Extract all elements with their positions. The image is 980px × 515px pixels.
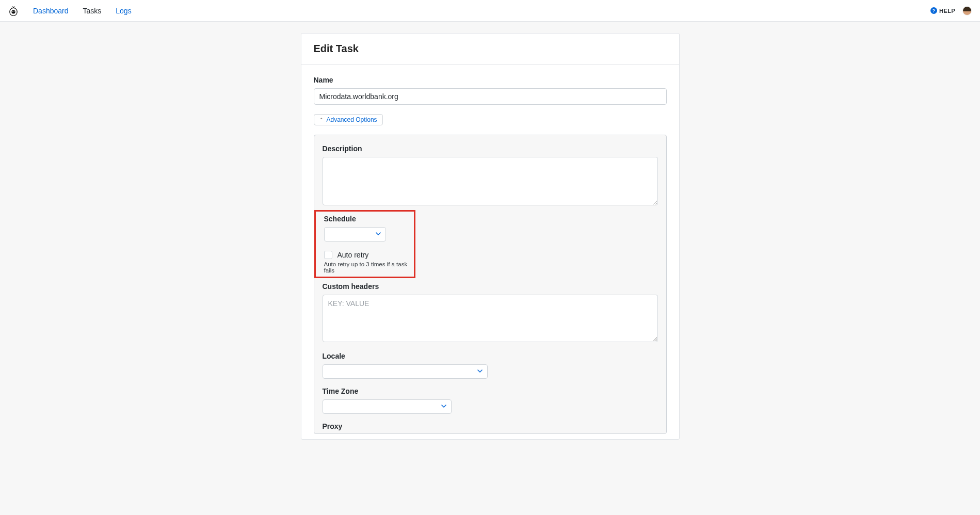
timezone-select[interactable]	[323, 399, 452, 414]
svg-point-2	[12, 11, 13, 12]
topbar-left: Dashboard Tasks Logs	[8, 5, 132, 17]
description-input[interactable]	[323, 157, 658, 205]
nav: Dashboard Tasks Logs	[33, 7, 132, 15]
chevron-down-icon	[477, 367, 483, 376]
page-container: Edit Task Name ⌃ Advanced Options Descri…	[0, 22, 980, 440]
card-body: Name ⌃ Advanced Options Description Sche…	[301, 65, 679, 439]
name-input[interactable]	[314, 88, 667, 105]
edit-task-card: Edit Task Name ⌃ Advanced Options Descri…	[301, 33, 680, 440]
advanced-panel: Description Schedule Auto retry Auto	[314, 135, 667, 434]
logo-icon[interactable]	[8, 5, 19, 17]
description-label: Description	[323, 144, 658, 153]
page-title: Edit Task	[314, 43, 667, 55]
chevron-down-icon	[375, 230, 381, 238]
custom-headers-label: Custom headers	[323, 282, 658, 291]
timezone-label: Time Zone	[323, 387, 658, 395]
topbar-right: ? HELP	[930, 6, 972, 15]
nav-dashboard[interactable]: Dashboard	[33, 7, 69, 15]
locale-select[interactable]	[323, 364, 488, 379]
advanced-options-label: Advanced Options	[327, 116, 377, 123]
locale-label: Locale	[323, 352, 658, 360]
schedule-label: Schedule	[324, 215, 409, 223]
advanced-options-toggle[interactable]: ⌃ Advanced Options	[314, 114, 383, 125]
avatar[interactable]	[962, 6, 972, 15]
help-link[interactable]: ? HELP	[930, 7, 955, 14]
auto-retry-help: Auto retry up to 3 times if a task fails	[324, 261, 409, 273]
name-label: Name	[314, 76, 667, 84]
schedule-select[interactable]	[324, 227, 386, 242]
chevron-down-icon	[441, 403, 447, 411]
proxy-label: Proxy	[323, 422, 658, 430]
card-header: Edit Task	[301, 34, 679, 65]
nav-tasks[interactable]: Tasks	[83, 7, 102, 15]
chevron-up-icon: ⌃	[319, 117, 324, 122]
auto-retry-label: Auto retry	[338, 251, 369, 259]
help-icon: ?	[930, 7, 937, 14]
custom-headers-input[interactable]	[323, 295, 658, 342]
nav-logs[interactable]: Logs	[116, 7, 131, 15]
help-label: HELP	[939, 8, 955, 14]
schedule-highlight: Schedule Auto retry Auto retry up to 3 t…	[314, 210, 415, 278]
svg-point-3	[14, 11, 15, 12]
auto-retry-checkbox[interactable]	[324, 251, 332, 259]
svg-point-1	[11, 10, 15, 13]
topbar: Dashboard Tasks Logs ? HELP	[0, 0, 980, 22]
auto-retry-row: Auto retry	[324, 251, 409, 259]
